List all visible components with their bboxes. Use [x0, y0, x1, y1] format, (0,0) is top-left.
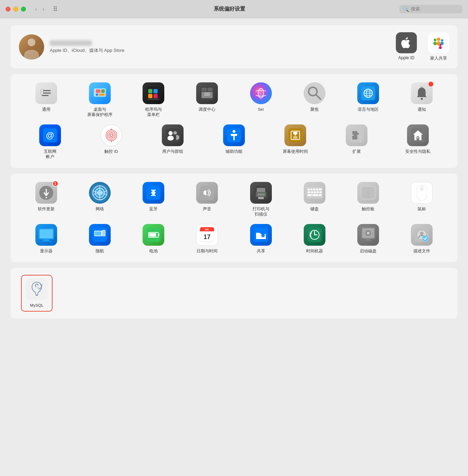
network-icon	[89, 182, 111, 204]
maximize-button[interactable]	[21, 7, 26, 12]
svg-text:↑: ↑	[262, 234, 264, 238]
startup-label: 启动磁盘	[360, 249, 377, 254]
pref-item-sharing[interactable]: ↑ 共享	[236, 224, 286, 254]
bluetooth-icon	[143, 182, 164, 204]
pref-item-displays[interactable]: 显示器	[21, 224, 71, 254]
pref-item-sidecar[interactable]: 随航	[75, 224, 125, 254]
user-info: Apple ID、iCloud、媒体与 App Store	[50, 40, 124, 54]
svg-point-32	[304, 82, 325, 104]
svg-rect-133	[364, 240, 372, 242]
accessibility-label: 辅助功能	[226, 149, 242, 154]
pref-item-desktop[interactable]: 桌面与屏幕保护程序	[75, 82, 125, 117]
search-box[interactable]: 🔍	[399, 5, 462, 13]
mouse-label: 鼠标	[418, 206, 426, 212]
spotlight-icon	[304, 82, 325, 104]
pref-item-printers[interactable]: 打印机与扫描仪	[236, 182, 286, 217]
pref-item-screentime[interactable]: 屏幕使用时间	[267, 124, 324, 159]
avatar[interactable]	[19, 34, 44, 60]
pref-item-security[interactable]: 安全性与隐私	[389, 124, 447, 159]
pref-item-spotlight[interactable]: 聚焦	[289, 82, 339, 117]
family-icon	[428, 32, 449, 53]
sidecar-label: 随航	[96, 249, 104, 254]
battery-label: 电池	[149, 249, 158, 254]
pref-item-profiles[interactable]: 描述文件	[397, 224, 447, 254]
pref-item-startup[interactable]: 启动磁盘	[343, 224, 393, 254]
pref-item-language[interactable]: 语言与地区	[343, 82, 393, 117]
family-sharing-button[interactable]: 家人共享	[428, 32, 449, 61]
pref-item-mission[interactable]: 调度中心	[182, 82, 232, 117]
svg-rect-11	[41, 89, 43, 92]
pref-item-mysql[interactable]: MySQL	[21, 275, 53, 312]
traffic-lights	[6, 7, 26, 12]
svg-point-54	[167, 136, 174, 141]
users-icon	[162, 124, 184, 146]
svg-point-55	[173, 131, 177, 135]
mouse-icon	[411, 182, 433, 204]
svg-rect-112	[102, 230, 105, 236]
language-icon	[357, 82, 379, 104]
svg-text:17: 17	[204, 233, 211, 240]
notifications-badge	[428, 81, 434, 87]
user-name-blurred	[50, 40, 92, 46]
pref-item-keyboard[interactable]: 键盘	[289, 182, 339, 217]
grid-view-button[interactable]: ⠿	[51, 5, 60, 14]
svg-rect-18	[99, 94, 105, 96]
spotlight-label: 聚焦	[310, 107, 319, 112]
pref-item-internet[interactable]: @ 互联网帐户	[21, 124, 79, 159]
svg-rect-42	[420, 87, 423, 88]
security-label: 安全性与隐私	[405, 149, 431, 154]
svg-text:JUL: JUL	[205, 228, 210, 231]
svg-rect-16	[101, 89, 105, 93]
svg-point-67	[46, 197, 47, 198]
pref-item-battery[interactable]: 电池	[129, 224, 179, 254]
pref-item-extensions[interactable]: 扩展	[328, 124, 386, 159]
svg-point-2	[437, 38, 440, 41]
pref-item-trackpad[interactable]: 触控板	[343, 182, 393, 217]
back-button[interactable]: ‹	[33, 5, 39, 13]
svg-point-136	[420, 232, 424, 235]
svg-rect-26	[201, 88, 207, 91]
svg-rect-96	[312, 194, 318, 196]
search-icon: 🔍	[403, 6, 409, 12]
forward-button[interactable]: ›	[40, 5, 46, 13]
pref-item-general[interactable]: 通用	[21, 82, 71, 117]
pref-item-users[interactable]: 用户与群组	[144, 124, 201, 159]
close-button[interactable]	[6, 7, 11, 12]
extensions-icon	[346, 124, 367, 146]
pref-item-bluetooth[interactable]: 蓝牙	[129, 182, 179, 217]
svg-point-4	[441, 39, 443, 42]
datetime-icon: JUL 17	[196, 224, 218, 246]
search-input[interactable]	[411, 6, 456, 12]
pref-grid-hardware1: 1 软件更新	[21, 182, 447, 217]
apple-logo-icon	[401, 37, 412, 48]
screentime-icon	[284, 124, 306, 146]
sound-icon	[196, 182, 218, 204]
titlebar: ‹ › ⠿ 系统偏好设置 🔍	[0, 0, 468, 18]
pref-item-timemachine[interactable]: 时间机器	[289, 224, 339, 254]
startup-icon	[357, 224, 379, 246]
nav-arrows: ‹ ›	[33, 5, 47, 13]
pref-item-mouse[interactable]: 鼠标	[397, 182, 447, 217]
pref-item-dock[interactable]: 程序坞与菜单栏	[129, 82, 179, 117]
apple-id-button[interactable]: Apple ID	[396, 32, 417, 61]
pref-item-datetime[interactable]: JUL 17 日期与时间	[182, 224, 232, 254]
pref-item-network[interactable]: 网络	[75, 182, 125, 217]
pref-item-siri[interactable]: Siri	[236, 82, 286, 117]
pref-item-sound[interactable]: 声音	[182, 182, 232, 217]
pref-item-notifications[interactable]: 通知	[397, 82, 447, 117]
svg-rect-29	[204, 93, 210, 96]
minimize-button[interactable]	[13, 7, 18, 12]
section-third-party: MySQL	[11, 268, 457, 319]
pref-item-accessibility[interactable]: 辅助功能	[205, 124, 263, 159]
pref-item-softwareupdate[interactable]: 1 软件更新	[21, 182, 71, 217]
siri-icon	[250, 82, 272, 104]
svg-rect-24	[147, 99, 159, 100]
svg-rect-23	[153, 94, 158, 98]
displays-icon	[35, 224, 57, 246]
accessibility-icon	[223, 124, 245, 146]
datetime-label: 日期与时间	[197, 249, 218, 254]
main-content: Apple ID、iCloud、媒体与 App Store Apple ID	[0, 18, 468, 476]
pref-item-touchid[interactable]: 触控 ID	[82, 124, 140, 159]
svg-rect-87	[313, 189, 315, 190]
pref-grid-hardware2: 显示器 随航	[21, 224, 447, 254]
